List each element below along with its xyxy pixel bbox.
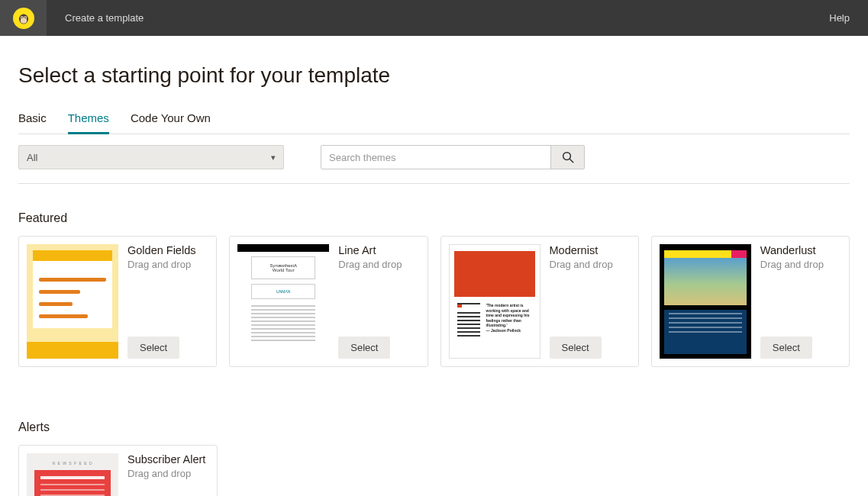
template-subtitle: Drag and drop <box>127 259 208 270</box>
template-card: SynæsthesiAWorld Tour UNMΛN Line Art Dra… <box>229 236 428 367</box>
tab-themes[interactable]: Themes <box>68 111 109 134</box>
template-card: Golden Fields Drag and drop Select <box>18 236 217 367</box>
template-subtitle: Drag and drop <box>760 259 841 270</box>
topbar-title: Create a template <box>65 12 144 24</box>
search-wrap <box>321 145 585 169</box>
template-subtitle: Drag and drop <box>338 259 419 270</box>
svg-point-5 <box>21 17 23 18</box>
select-button[interactable]: Select <box>550 337 602 359</box>
template-card: 'The modern artist is working with space… <box>440 236 639 367</box>
filter-row: All ▾ <box>18 134 850 184</box>
tab-code-your-own[interactable]: Code Your Own <box>131 111 211 134</box>
template-card: N E W S F E E D Subscriber Alert Drag an… <box>18 445 218 496</box>
template-info: Modernist Drag and drop Select <box>550 244 631 359</box>
page-body: Select a starting point for your templat… <box>0 36 868 496</box>
template-info: Line Art Drag and drop Select <box>338 244 419 359</box>
topbar: Create a template Help <box>0 0 868 36</box>
search-input[interactable] <box>321 146 550 169</box>
section-title-alerts: Alerts <box>18 420 850 434</box>
search-icon <box>561 150 575 164</box>
section-title-featured: Featured <box>18 211 850 225</box>
dropdown-value: All <box>27 152 37 163</box>
svg-line-8 <box>570 159 573 163</box>
category-dropdown[interactable]: All ▾ <box>18 145 284 169</box>
search-button[interactable] <box>550 146 584 169</box>
select-button[interactable]: Select <box>760 337 812 359</box>
card-row-alerts: N E W S F E E D Subscriber Alert Drag an… <box>18 445 850 496</box>
template-info: Wanderlust Drag and drop Select <box>760 244 841 359</box>
select-button[interactable]: Select <box>338 337 390 359</box>
select-button[interactable]: Select <box>127 337 179 359</box>
template-thumbnail[interactable]: SynæsthesiAWorld Tour UNMΛN <box>237 244 329 359</box>
template-thumbnail[interactable] <box>660 244 751 359</box>
template-title: Wanderlust <box>760 244 841 256</box>
template-title: Golden Fields <box>127 244 208 256</box>
template-card: Wanderlust Drag and drop Select <box>651 236 850 367</box>
chevron-down-icon: ▾ <box>271 153 276 163</box>
card-row-featured: Golden Fields Drag and drop Select Synæs… <box>18 236 850 367</box>
mailchimp-logo-icon <box>13 8 34 29</box>
template-thumbnail[interactable]: 'The modern artist is working with space… <box>449 244 540 359</box>
template-title: Subscriber Alert <box>127 453 209 465</box>
template-thumbnail[interactable] <box>27 244 118 359</box>
template-title: Line Art <box>338 244 419 256</box>
page-title: Select a starting point for your templat… <box>18 36 850 111</box>
template-thumbnail[interactable]: N E W S F E E D <box>27 453 118 496</box>
logo[interactable] <box>0 0 47 36</box>
tab-basic[interactable]: Basic <box>18 111 47 134</box>
template-info: Subscriber Alert Drag and drop <box>127 453 209 496</box>
topbar-left: Create a template <box>0 0 144 36</box>
template-title: Modernist <box>550 244 631 256</box>
monkey-icon <box>16 11 31 26</box>
svg-point-6 <box>24 17 26 18</box>
help-link[interactable]: Help <box>829 12 850 24</box>
template-subtitle: Drag and drop <box>127 468 209 479</box>
template-subtitle: Drag and drop <box>550 259 631 270</box>
tabs: Basic Themes Code Your Own <box>18 111 850 134</box>
template-info: Golden Fields Drag and drop Select <box>127 244 208 359</box>
